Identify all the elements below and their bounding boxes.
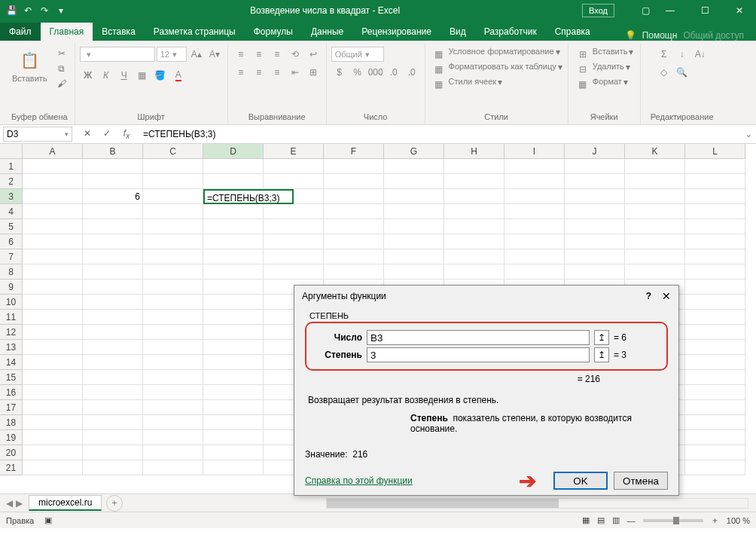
- row-header-5[interactable]: 5: [0, 219, 23, 234]
- col-header-J[interactable]: J: [565, 144, 625, 159]
- cell-C14[interactable]: [143, 355, 203, 370]
- cell-A7[interactable]: [23, 249, 83, 264]
- format-cells-icon[interactable]: ▦: [575, 77, 591, 92]
- cell-G7[interactable]: [384, 249, 444, 264]
- undo-icon[interactable]: ↶: [21, 4, 35, 17]
- cell-B15[interactable]: [83, 370, 143, 385]
- zoom-slider[interactable]: [643, 519, 703, 522]
- cell-C20[interactable]: [143, 445, 203, 460]
- col-header-E[interactable]: E: [264, 144, 324, 159]
- cell-B10[interactable]: [83, 295, 143, 310]
- cell-L20[interactable]: [685, 445, 745, 460]
- italic-button[interactable]: К: [98, 68, 114, 83]
- zoom-out-icon[interactable]: ―: [627, 516, 636, 525]
- tab-formulas[interactable]: Формулы: [245, 23, 302, 41]
- align-left-icon[interactable]: ≡: [233, 65, 249, 80]
- cell-I2[interactable]: [505, 174, 565, 189]
- cell-C15[interactable]: [143, 370, 203, 385]
- cell-D20[interactable]: [203, 445, 264, 460]
- cell-L6[interactable]: [685, 234, 745, 249]
- row-header-1[interactable]: 1: [0, 159, 23, 174]
- view-break-icon[interactable]: ▥: [612, 515, 620, 525]
- login-button[interactable]: Вход: [582, 4, 614, 17]
- cell-B4[interactable]: [83, 204, 143, 219]
- sort-filter-icon[interactable]: A↓: [692, 47, 709, 62]
- cell-C18[interactable]: [143, 415, 203, 430]
- fill-icon[interactable]: ↓: [674, 47, 690, 62]
- tab-home[interactable]: Главная: [41, 23, 93, 41]
- cell-L16[interactable]: [685, 385, 745, 400]
- cell-F7[interactable]: [324, 249, 384, 264]
- cell-B11[interactable]: [83, 310, 143, 325]
- percent-icon[interactable]: %: [349, 65, 366, 80]
- zoom-in-icon[interactable]: ＋: [711, 515, 719, 526]
- cell-C12[interactable]: [143, 325, 203, 340]
- tab-file[interactable]: Файл: [0, 23, 41, 41]
- dialog-help-icon[interactable]: ?: [646, 291, 651, 301]
- align-mid-icon[interactable]: ≡: [251, 47, 267, 62]
- currency-icon[interactable]: $: [331, 65, 348, 80]
- cell-B8[interactable]: [83, 264, 143, 280]
- cell-L2[interactable]: [685, 174, 745, 189]
- cell-K6[interactable]: [625, 234, 685, 249]
- cell-K2[interactable]: [625, 174, 685, 189]
- indent-dec-icon[interactable]: ⇤: [287, 65, 303, 80]
- cell-I3[interactable]: [505, 189, 565, 204]
- col-header-A[interactable]: A: [23, 144, 83, 159]
- arg2-ref-icon[interactable]: ↥: [594, 347, 609, 362]
- select-all-corner[interactable]: [0, 144, 23, 159]
- delete-cells-icon[interactable]: ⊟: [575, 62, 591, 77]
- cell-L10[interactable]: [685, 295, 745, 310]
- cell-A3[interactable]: [23, 189, 83, 204]
- col-header-C[interactable]: C: [143, 144, 203, 159]
- cell-G6[interactable]: [384, 234, 444, 249]
- border-icon[interactable]: ▦: [134, 68, 151, 83]
- cell-A11[interactable]: [23, 310, 83, 325]
- cell-J8[interactable]: [565, 264, 625, 280]
- ok-button[interactable]: OK: [553, 472, 608, 490]
- tab-view[interactable]: Вид: [440, 23, 475, 41]
- cell-C17[interactable]: [143, 400, 203, 415]
- horizontal-scrollbar[interactable]: [326, 498, 748, 509]
- cell-L9[interactable]: [685, 280, 745, 295]
- fx-icon[interactable]: fx: [119, 128, 134, 140]
- underline-button[interactable]: Ч: [116, 68, 133, 83]
- cell-D7[interactable]: [203, 249, 264, 264]
- cell-D3-active[interactable]: =СТЕПЕНЬ(B3;3): [203, 189, 294, 204]
- cell-B19[interactable]: [83, 430, 143, 445]
- cell-J1[interactable]: [565, 159, 625, 174]
- row-header-17[interactable]: 17: [0, 400, 23, 415]
- insert-cells-icon[interactable]: ⊞: [575, 47, 591, 62]
- cell-D15[interactable]: [203, 370, 264, 385]
- cell-A8[interactable]: [23, 264, 83, 280]
- col-header-H[interactable]: H: [444, 144, 505, 159]
- cell-L1[interactable]: [685, 159, 745, 174]
- cell-C10[interactable]: [143, 295, 203, 310]
- align-top-icon[interactable]: ≡: [233, 47, 249, 62]
- cell-C2[interactable]: [143, 174, 203, 189]
- sheet-next-icon[interactable]: ▶: [16, 498, 23, 509]
- cell-H7[interactable]: [444, 249, 505, 264]
- cell-L13[interactable]: [685, 340, 745, 355]
- cell-D17[interactable]: [203, 400, 264, 415]
- cell-E1[interactable]: [264, 159, 324, 174]
- cell-A12[interactable]: [23, 325, 83, 340]
- cell-F1[interactable]: [324, 159, 384, 174]
- save-icon[interactable]: 💾: [5, 4, 18, 17]
- col-header-F[interactable]: F: [324, 144, 384, 159]
- cell-B16[interactable]: [83, 385, 143, 400]
- cell-H3[interactable]: [444, 189, 505, 204]
- macro-record-icon[interactable]: ▣: [44, 515, 52, 525]
- wrap-text-icon[interactable]: ↩: [305, 47, 322, 62]
- view-normal-icon[interactable]: ▦: [582, 515, 590, 525]
- cell-D8[interactable]: [203, 264, 264, 280]
- row-header-10[interactable]: 10: [0, 295, 23, 310]
- cell-E5[interactable]: [264, 219, 324, 234]
- cell-B17[interactable]: [83, 400, 143, 415]
- cell-G1[interactable]: [384, 159, 444, 174]
- cell-B5[interactable]: [83, 219, 143, 234]
- cell-B7[interactable]: [83, 249, 143, 264]
- arg1-input[interactable]: [367, 330, 590, 345]
- cell-L7[interactable]: [685, 249, 745, 264]
- col-header-I[interactable]: I: [505, 144, 565, 159]
